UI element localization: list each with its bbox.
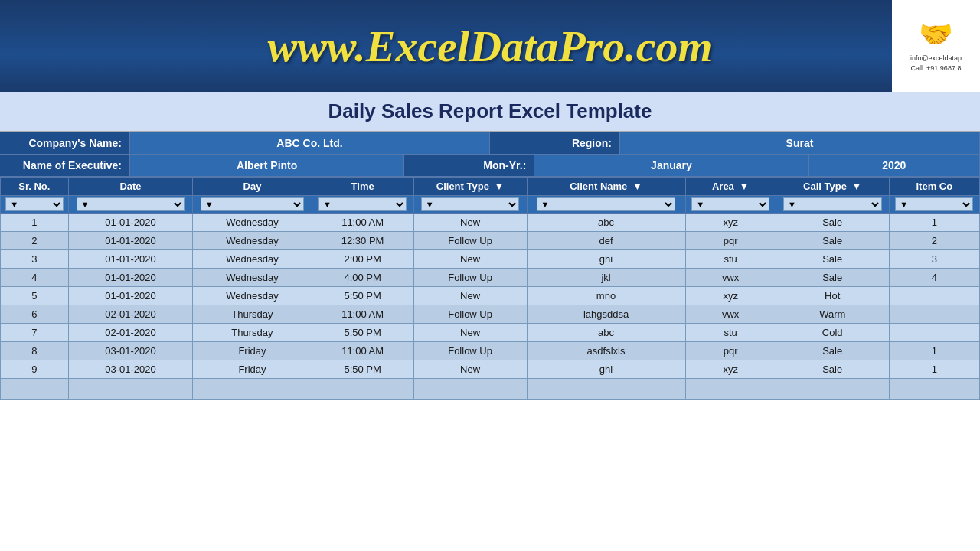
table-cell: abc: [527, 324, 685, 342]
table-cell: 5:50 PM: [312, 360, 413, 379]
col-header-time: Time: [312, 178, 413, 196]
table-row: 501-01-2020Wednesday5:50 PMNewmnoxyzHot: [1, 287, 980, 305]
col-header-area: Area ▼: [685, 178, 776, 196]
report-title: Daily Sales Report Excel Template: [0, 92, 980, 132]
table-cell: Sale: [776, 360, 889, 379]
table-row: 101-01-2020Wednesday11:00 AMNewabcxyzSal…: [1, 214, 980, 232]
filter-date[interactable]: ▼: [77, 197, 185, 211]
table-cell: 5:50 PM: [312, 324, 413, 342]
table-cell: 11:00 AM: [312, 342, 413, 360]
column-header-row: Sr. No. Date Day Time Client Type ▼ Clie…: [1, 178, 980, 196]
table-cell: 01-01-2020: [68, 232, 193, 250]
table-cell: 5: [1, 287, 69, 305]
table-cell: jkl: [527, 269, 685, 287]
table-cell: lahgsddsa: [527, 305, 685, 324]
table-cell: xyz: [685, 287, 776, 305]
col-header-calltype: Call Type ▼: [776, 178, 889, 196]
table-cell: [889, 287, 979, 305]
filter-row: ▼ ▼ ▼ ▼ ▼ ▼ ▼ ▼ ▼: [1, 196, 980, 214]
table-cell: stu: [685, 250, 776, 269]
table-cell: 02-01-2020: [68, 324, 193, 342]
filter-icon-calltype[interactable]: ▼: [852, 181, 862, 192]
table-row: 201-01-2020Wednesday12:30 PMFollow Updef…: [1, 232, 980, 250]
table-row: 903-01-2020Friday5:50 PMNewghixyzSale1: [1, 360, 980, 379]
table-cell: Wednesday: [193, 232, 312, 250]
table-cell: ghi: [527, 250, 685, 269]
table-cell: 4:00 PM: [312, 269, 413, 287]
filter-time[interactable]: ▼: [318, 197, 407, 211]
table-cell: asdfslxls: [527, 342, 685, 360]
table-cell: 11:00 AM: [312, 214, 413, 232]
table-cell: 03-01-2020: [68, 360, 193, 379]
table-cell: [889, 305, 979, 324]
table-cell: mno: [527, 287, 685, 305]
table-cell: 1: [889, 360, 979, 379]
table-cell: Thursday: [193, 324, 312, 342]
executive-value: Albert Pinto: [130, 155, 404, 177]
filter-icon-clienttype[interactable]: ▼: [495, 181, 505, 192]
table-cell: 1: [889, 214, 979, 232]
table-cell: def: [527, 232, 685, 250]
region-value: Surat: [620, 132, 980, 155]
table-cell: 3: [889, 250, 979, 269]
table-cell: 01-01-2020: [68, 250, 193, 269]
table-cell: 1: [1, 214, 69, 232]
table-cell: 2: [889, 232, 979, 250]
table-cell: pqr: [685, 342, 776, 360]
table-cell: vwx: [685, 269, 776, 287]
table-row: 401-01-2020Wednesday4:00 PMFollow Upjklv…: [1, 269, 980, 287]
filter-icon-clientname[interactable]: ▼: [632, 181, 642, 192]
table-cell: New: [413, 360, 527, 379]
table-cell: New: [413, 214, 527, 232]
table-cell: Follow Up: [413, 232, 527, 250]
col-header-clienttype: Client Type ▼: [413, 178, 527, 196]
table-cell: Cold: [776, 324, 889, 342]
table-cell: 12:30 PM: [312, 232, 413, 250]
company-region-row: Company's Name: ABC Co. Ltd. Region: Sur…: [0, 132, 980, 155]
table-cell: Warm: [776, 305, 889, 324]
table-cell: New: [413, 324, 527, 342]
table-cell: stu: [685, 324, 776, 342]
table-cell: 03-01-2020: [68, 342, 193, 360]
filter-clienttype[interactable]: ▼: [421, 197, 520, 211]
table-cell: 3: [1, 250, 69, 269]
filter-clientname[interactable]: ▼: [537, 197, 676, 211]
table-cell: vwx: [685, 305, 776, 324]
table-cell: 11:00 AM: [312, 305, 413, 324]
filter-day[interactable]: ▼: [201, 197, 304, 211]
year-value: 2020: [809, 155, 980, 177]
col-header-date: Date: [68, 178, 193, 196]
executive-monyr-row: Name of Executive: Albert Pinto Mon-Yr.:…: [0, 155, 980, 177]
table-cell: 4: [1, 269, 69, 287]
filter-calltype[interactable]: ▼: [783, 197, 882, 211]
col-header-srno: Sr. No.: [1, 178, 69, 196]
filter-srno[interactable]: ▼: [5, 197, 63, 211]
company-value: ABC Co. Ltd.: [130, 132, 490, 155]
table-cell: pqr: [685, 232, 776, 250]
table-cell: Hot: [776, 287, 889, 305]
table-cell: Friday: [193, 342, 312, 360]
table-cell: 2:00 PM: [312, 250, 413, 269]
table-cell: Follow Up: [413, 305, 527, 324]
logo-contact: info@exceldatap Call: +91 9687 8: [910, 54, 962, 73]
filter-area[interactable]: ▼: [691, 197, 769, 211]
data-table-container: Sr. No. Date Day Time Client Type ▼ Clie…: [0, 177, 980, 400]
table-cell: 5:50 PM: [312, 287, 413, 305]
table-cell: 01-01-2020: [68, 287, 193, 305]
table-cell: Sale: [776, 232, 889, 250]
filter-itemco[interactable]: ▼: [895, 197, 973, 211]
table-cell: ghi: [527, 360, 685, 379]
info-section: Company's Name: ABC Co. Ltd. Region: Sur…: [0, 132, 980, 177]
table-row: 602-01-2020Thursday11:00 AMFollow Uplahg…: [1, 305, 980, 324]
table-cell: Sale: [776, 269, 889, 287]
table-cell: xyz: [685, 360, 776, 379]
filter-icon-area[interactable]: ▼: [739, 181, 749, 192]
region-label: Region:: [490, 132, 620, 155]
table-cell: Sale: [776, 214, 889, 232]
table-cell: Sale: [776, 342, 889, 360]
table-cell: 8: [1, 342, 69, 360]
col-header-clientname: Client Name ▼: [527, 178, 685, 196]
monyr-value: January: [534, 155, 808, 177]
table-cell: Wednesday: [193, 250, 312, 269]
table-cell: New: [413, 287, 527, 305]
